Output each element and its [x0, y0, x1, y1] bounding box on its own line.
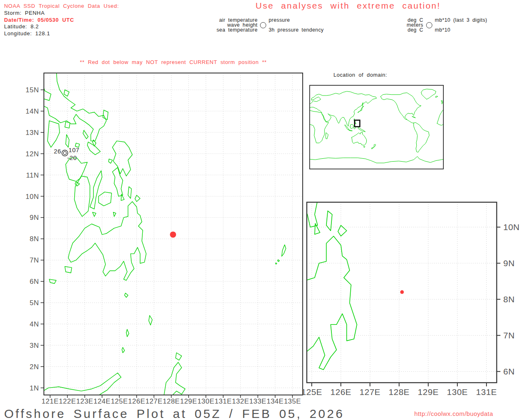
svg-text:12N: 12N — [25, 150, 39, 158]
svg-text:7N: 7N — [30, 256, 39, 264]
svg-text:15N: 15N — [25, 86, 39, 94]
svg-text:130E: 130E — [447, 387, 468, 397]
domain-inset-title: Location of domain: — [333, 72, 387, 78]
station-circle-units-icon — [426, 22, 432, 28]
svg-text:2N: 2N — [30, 363, 39, 371]
svg-text:9N: 9N — [30, 214, 39, 221]
svg-text:26: 26 — [54, 148, 61, 155]
svg-text:-20: -20 — [67, 154, 77, 161]
svg-text:11N: 11N — [26, 171, 39, 179]
storm-position-dot-inset — [400, 290, 404, 294]
svg-text:6N: 6N — [503, 367, 515, 376]
svg-text:124E: 124E — [94, 397, 111, 405]
svg-text:129E: 129E — [180, 397, 197, 405]
legend-mb10-last3-label: mb*10 (last 3 digits) — [435, 17, 487, 23]
svg-text:128E: 128E — [389, 387, 410, 397]
svg-text:7N: 7N — [503, 331, 515, 340]
svg-text:135E: 135E — [284, 397, 301, 405]
legend-degc-bottom-label: deg C — [408, 27, 423, 33]
main-map: 26107-20121E122E123E124E125E126E127E128E… — [44, 73, 303, 395]
svg-text:9N: 9N — [503, 258, 515, 268]
caution-banner: Use analyses with extreme caution! — [256, 1, 441, 11]
svg-text:14N: 14N — [25, 107, 39, 115]
header-latitude-line: Latitude: 8.2 — [4, 23, 39, 30]
svg-text:127E: 127E — [360, 387, 381, 397]
svg-text:125E: 125E — [301, 387, 322, 397]
svg-text:107: 107 — [68, 146, 80, 153]
legend-mb10-label: mb*10 — [435, 27, 450, 33]
svg-text:13N: 13N — [25, 129, 39, 137]
header-storm-line: Storm: PENHA — [4, 10, 45, 16]
svg-text:4N: 4N — [30, 320, 39, 328]
svg-text:133E: 133E — [249, 397, 267, 405]
svg-text:121E: 121E — [41, 397, 59, 405]
svg-text:10N: 10N — [503, 222, 520, 232]
svg-text:5N: 5N — [30, 299, 39, 307]
header-longitude-line: Longitude: 128.1 — [4, 30, 50, 37]
svg-text:8N: 8N — [503, 294, 515, 304]
svg-text:122E: 122E — [59, 397, 76, 405]
storm-position-warning: ** Red dot below may NOT represent CURRE… — [44, 59, 303, 65]
svg-text:131E: 131E — [476, 387, 497, 397]
station-circle-icon — [260, 22, 266, 28]
storm-position-dot — [170, 231, 176, 237]
legend-sea-temperature-label: sea temperature — [217, 27, 258, 33]
svg-text:125E: 125E — [111, 397, 128, 405]
svg-text:128E: 128E — [163, 397, 180, 405]
zoom-inset-map: 125E126E127E128E129E130E131E6N7N8N9N10N — [307, 202, 497, 383]
world-locator-map — [310, 85, 443, 169]
svg-text:123E: 123E — [76, 397, 94, 405]
svg-text:10N: 10N — [25, 193, 39, 201]
source-url-link[interactable]: http://coolwx.com/buoydata — [414, 410, 493, 417]
svg-text:130E: 130E — [197, 397, 215, 405]
page-title: Offshore Surface Plot at 05Z / FEB 05, 2… — [4, 407, 345, 420]
svg-text:8N: 8N — [30, 235, 39, 243]
header-datetime-line: Date/Time: 05/0530 UTC — [4, 17, 74, 23]
svg-text:3N: 3N — [30, 342, 39, 349]
svg-text:132E: 132E — [232, 397, 249, 405]
svg-text:126E: 126E — [128, 397, 145, 405]
svg-text:134E: 134E — [267, 397, 284, 405]
svg-text:1N: 1N — [30, 384, 39, 392]
svg-text:131E: 131E — [215, 397, 232, 405]
legend-pressure-tendency-label: 3h pressure tendency — [269, 27, 324, 33]
station-plot: 26107-20 — [54, 146, 79, 161]
svg-text:6N: 6N — [30, 278, 39, 285]
svg-text:127E: 127E — [146, 397, 163, 405]
svg-text:126E: 126E — [331, 387, 352, 397]
svg-text:129E: 129E — [418, 387, 439, 397]
legend-pressure-label: pressure — [269, 17, 290, 23]
header-source-line: NOAA SSD Tropical Cyclone Data Used: — [4, 3, 119, 9]
